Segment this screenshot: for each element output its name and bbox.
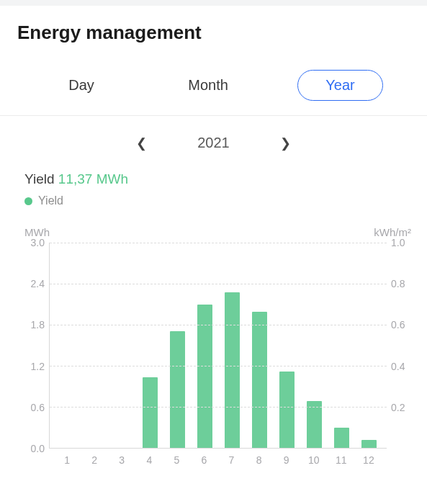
x-tick: 3 bbox=[108, 454, 135, 466]
legend: Yield bbox=[24, 194, 403, 207]
tab-day[interactable]: Day bbox=[44, 70, 119, 101]
gridline bbox=[50, 325, 387, 325]
page-title: Energy management bbox=[17, 22, 410, 44]
x-tick: 12 bbox=[355, 454, 382, 466]
axis-units: MWh kWh/m² bbox=[24, 226, 413, 238]
header: Energy management bbox=[0, 6, 427, 57]
plot-area bbox=[49, 243, 387, 449]
bar-slot bbox=[136, 243, 163, 448]
bar-slot bbox=[109, 243, 136, 448]
tab-year[interactable]: Year bbox=[297, 70, 382, 101]
x-tick: 7 bbox=[217, 454, 245, 466]
x-axis: 123456789101112 bbox=[49, 449, 387, 466]
chevron-right-icon[interactable]: ❯ bbox=[280, 135, 291, 151]
y-tick-right: 0.4 bbox=[391, 361, 405, 372]
x-tick: 11 bbox=[328, 454, 355, 466]
bar-slot bbox=[273, 243, 300, 448]
x-tick: 9 bbox=[273, 454, 300, 466]
y-tick-left: 3.0 bbox=[31, 238, 45, 248]
x-tick: 6 bbox=[190, 454, 217, 466]
bar[interactable] bbox=[307, 401, 322, 448]
y-tick-left: 1.2 bbox=[31, 361, 45, 372]
year-label[interactable]: 2021 bbox=[197, 135, 230, 151]
year-navigator: ❮ 2021 ❯ bbox=[0, 116, 427, 167]
bars-container bbox=[50, 243, 387, 448]
x-tick: 4 bbox=[135, 454, 163, 466]
gridline bbox=[50, 407, 387, 408]
y-axis-right: 0.20.40.60.81.0 bbox=[387, 243, 413, 449]
bar[interactable] bbox=[143, 377, 158, 448]
legend-dot-icon bbox=[24, 197, 32, 205]
yield-value: 11,37 MWh bbox=[58, 171, 128, 186]
bar-slot bbox=[218, 243, 246, 448]
bar-slot bbox=[300, 243, 328, 448]
y-tick-left: 1.8 bbox=[31, 320, 45, 330]
x-tick: 2 bbox=[81, 454, 108, 466]
bar-slot bbox=[81, 243, 109, 448]
range-tabs: Day Month Year bbox=[0, 57, 427, 116]
y-tick-left: 0.6 bbox=[31, 402, 45, 413]
gridline bbox=[50, 243, 387, 243]
bar-slot bbox=[328, 243, 355, 448]
chart-plot-area: 0.00.61.21.82.43.0 0.20.40.60.81.0 bbox=[24, 243, 413, 449]
x-tick: 8 bbox=[246, 454, 273, 466]
x-tick: 10 bbox=[300, 454, 328, 466]
y-axis-left: 0.00.61.21.82.43.0 bbox=[24, 243, 49, 449]
bar[interactable] bbox=[225, 292, 240, 448]
yield-label: Yield bbox=[24, 171, 55, 186]
x-tick: 1 bbox=[53, 454, 81, 466]
bar[interactable] bbox=[170, 331, 185, 448]
y-tick-right: 1.0 bbox=[391, 238, 405, 248]
yield-readout: Yield 11,37 MWh bbox=[24, 171, 403, 187]
y-tick-right: 0.6 bbox=[391, 320, 405, 330]
gridline bbox=[50, 284, 387, 284]
bar-slot bbox=[163, 243, 191, 448]
bar[interactable] bbox=[197, 305, 212, 449]
chevron-left-icon[interactable]: ❮ bbox=[136, 135, 147, 151]
bar-slot bbox=[54, 243, 81, 448]
bar[interactable] bbox=[334, 428, 349, 449]
summary: Yield 11,37 MWh Yield bbox=[0, 167, 427, 210]
bar[interactable] bbox=[252, 312, 267, 448]
bar-slot bbox=[355, 243, 382, 448]
bar[interactable] bbox=[361, 440, 377, 448]
chart: MWh kWh/m² 0.00.61.21.82.43.0 0.20.40.60… bbox=[0, 210, 427, 473]
tab-month[interactable]: Month bbox=[163, 70, 253, 101]
x-tick: 5 bbox=[163, 454, 190, 466]
bar-slot bbox=[191, 243, 218, 448]
gridline bbox=[50, 366, 387, 366]
y-tick-right: 0.8 bbox=[391, 279, 405, 289]
y-tick-left: 0.0 bbox=[31, 444, 45, 454]
y-tick-right: 0.2 bbox=[391, 402, 405, 413]
legend-label: Yield bbox=[38, 194, 63, 207]
bar[interactable] bbox=[279, 372, 295, 448]
bar-slot bbox=[246, 243, 273, 448]
y-tick-left: 2.4 bbox=[31, 279, 45, 289]
status-bar bbox=[0, 0, 427, 6]
